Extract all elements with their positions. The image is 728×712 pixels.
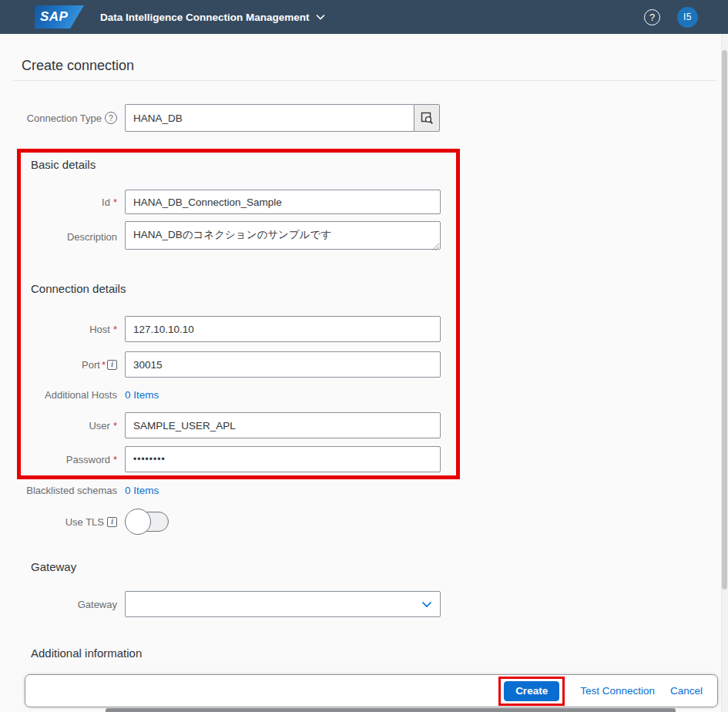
- value-help-button[interactable]: [414, 104, 440, 132]
- section-connection-details: Connection details: [31, 282, 126, 295]
- vertical-scrollbar-thumb[interactable]: [722, 50, 727, 589]
- id-label: Id *: [0, 196, 117, 208]
- app-title-label: Data Intelligence Connection Management: [100, 12, 310, 23]
- test-connection-button[interactable]: Test Connection: [580, 685, 655, 697]
- required-asterisk: *: [113, 420, 117, 432]
- host-row: Host *: [0, 316, 441, 342]
- blacklisted-schemas-row: Blacklisted schemas 0 Items: [0, 483, 159, 497]
- sap-logo[interactable]: SAP: [35, 5, 84, 29]
- blacklisted-schemas-items-link[interactable]: 0 Items: [125, 485, 159, 496]
- sap-logo-text: SAP: [35, 9, 68, 25]
- port-row: Port * i: [0, 351, 441, 378]
- toggle-knob: [125, 509, 151, 535]
- description-textarea-wrap: HANA_DBのコネクションのサンプルです: [125, 221, 441, 253]
- additional-hosts-row: Additional Hosts 0 Items: [0, 388, 159, 401]
- shell-header: SAP Data Intelligence Connection Managem…: [0, 0, 728, 34]
- create-button[interactable]: Create: [504, 681, 559, 701]
- required-asterisk: *: [113, 196, 117, 208]
- title-divider: [13, 80, 716, 81]
- required-asterisk: *: [102, 359, 106, 371]
- footer-action-bar: Create Test Connection Cancel: [25, 674, 718, 707]
- help-icon[interactable]: ?: [644, 9, 660, 25]
- section-additional-information: Additional information: [31, 647, 142, 660]
- screen: SAP Data Intelligence Connection Managem…: [0, 0, 728, 712]
- page-title: Create connection: [22, 58, 134, 74]
- section-gateway: Gateway: [31, 560, 76, 573]
- port-label: Port * i: [0, 359, 117, 371]
- section-basic-details: Basic details: [31, 158, 96, 171]
- cancel-button[interactable]: Cancel: [670, 685, 703, 697]
- annotation-create-box: Create: [498, 677, 565, 706]
- connection-type-label: Connection Type ?: [0, 112, 117, 124]
- user-row: User *: [0, 412, 441, 438]
- port-input[interactable]: [125, 351, 441, 378]
- chevron-down-icon: [316, 14, 325, 20]
- avatar-initials: I5: [683, 12, 692, 22]
- horizontal-scrollbar-thumb[interactable]: [106, 708, 676, 712]
- password-input[interactable]: [125, 446, 441, 472]
- help-glyph: ?: [649, 12, 655, 23]
- required-asterisk: *: [113, 454, 117, 465]
- question-mark-icon[interactable]: ?: [105, 112, 117, 124]
- description-row: Description HANA_DBのコネクションのサンプルです: [0, 223, 441, 251]
- additional-hosts-label: Additional Hosts: [0, 389, 117, 401]
- info-icon[interactable]: i: [107, 360, 117, 370]
- blacklisted-schemas-label: Blacklisted schemas: [0, 485, 117, 496]
- gateway-select[interactable]: [125, 591, 441, 617]
- additional-hosts-items-link[interactable]: 0 Items: [125, 389, 159, 401]
- description-textarea[interactable]: HANA_DBのコネクションのサンプルです: [125, 221, 441, 250]
- resize-grip-icon[interactable]: [432, 243, 439, 250]
- password-row: Password *: [0, 446, 441, 472]
- gateway-label: Gateway: [0, 599, 117, 610]
- id-row: Id *: [0, 190, 441, 214]
- connection-type-input[interactable]: [125, 104, 414, 132]
- chevron-down-icon: [421, 601, 432, 608]
- use-tls-toggle[interactable]: [125, 508, 169, 536]
- use-tls-label: Use TLS i: [0, 516, 117, 528]
- user-input[interactable]: [125, 412, 441, 438]
- user-label: User *: [0, 420, 117, 432]
- host-input[interactable]: [125, 316, 441, 342]
- description-label: Description: [0, 231, 117, 243]
- host-label: Host *: [0, 324, 117, 335]
- gateway-row: Gateway: [0, 591, 441, 617]
- user-avatar[interactable]: I5: [677, 7, 698, 28]
- connection-type-row: Connection Type ?: [0, 104, 440, 132]
- use-tls-row: Use TLS i: [0, 508, 169, 536]
- app-title-menu[interactable]: Data Intelligence Connection Management: [100, 0, 325, 34]
- info-icon[interactable]: i: [107, 517, 117, 527]
- header-actions: ? I5: [644, 0, 698, 34]
- value-help-icon: [421, 112, 434, 125]
- required-asterisk: *: [113, 324, 117, 335]
- password-label: Password *: [0, 454, 117, 465]
- id-input[interactable]: [125, 190, 441, 214]
